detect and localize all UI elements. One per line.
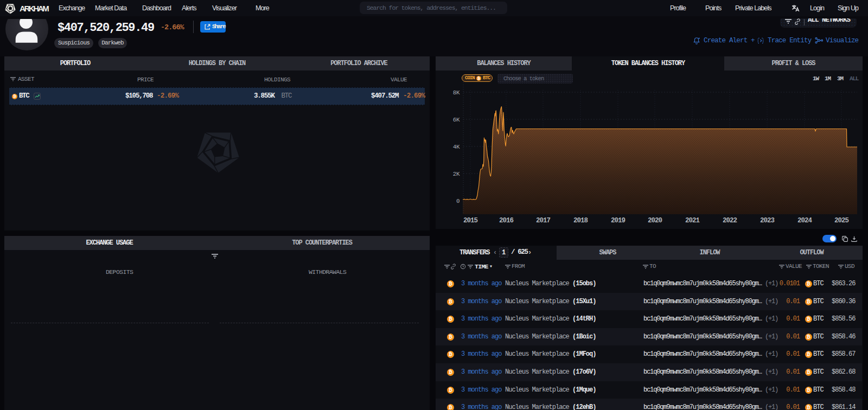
svg-text:6K: 6K bbox=[453, 117, 460, 123]
svg-text:8K: 8K bbox=[453, 89, 460, 96]
svg-text:2020: 2020 bbox=[648, 217, 662, 225]
svg-text:2018: 2018 bbox=[573, 217, 588, 225]
svg-text:4K: 4K bbox=[453, 144, 460, 150]
svg-text:2017: 2017 bbox=[536, 217, 551, 225]
svg-text:2K: 2K bbox=[453, 171, 460, 177]
svg-text:2024: 2024 bbox=[797, 217, 813, 225]
svg-text:2022: 2022 bbox=[723, 217, 737, 225]
svg-text:2015: 2015 bbox=[463, 217, 478, 225]
svg-text:2019: 2019 bbox=[611, 217, 626, 225]
svg-text:2016: 2016 bbox=[499, 217, 514, 225]
svg-text:2023: 2023 bbox=[760, 217, 775, 225]
svg-text:2025: 2025 bbox=[834, 217, 849, 225]
svg-text:0: 0 bbox=[456, 198, 459, 204]
svg-text:2021: 2021 bbox=[685, 217, 700, 225]
